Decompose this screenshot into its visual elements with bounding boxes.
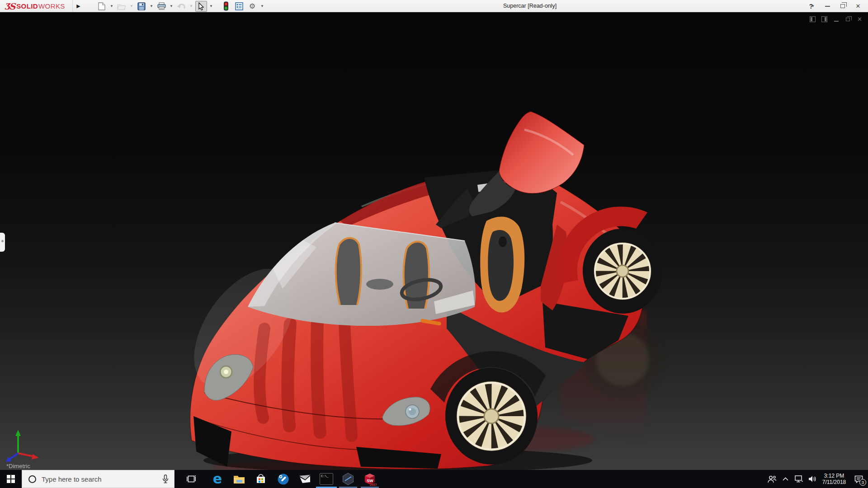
view-orientation-label: *Dimetric xyxy=(6,463,30,469)
doc-minimize-icon xyxy=(834,21,839,22)
minimize-icon xyxy=(825,6,830,7)
pane-right-button[interactable] xyxy=(821,15,828,23)
taskbar-settings-tool[interactable] xyxy=(273,470,293,488)
command-prompt-icon: C:\_ xyxy=(320,473,333,485)
close-icon: ✕ xyxy=(856,3,861,9)
solidworks-logo: ƷS SOLIDWORKS xyxy=(5,0,65,12)
save-caret[interactable]: ▼ xyxy=(149,1,154,12)
logo-text-works: WORKS xyxy=(38,2,65,10)
select-tool-caret[interactable]: ▼ xyxy=(208,1,214,12)
taskbar-command-prompt[interactable]: C:\_ xyxy=(316,470,337,488)
doc-close-button[interactable]: ✕ xyxy=(856,15,863,23)
main-toolbar: ▼ ▼ ▼ ▼ xyxy=(96,0,265,12)
traffic-light-icon xyxy=(223,1,229,11)
doc-restore-button[interactable] xyxy=(844,15,852,23)
microphone-icon[interactable] xyxy=(162,474,169,483)
undo-caret[interactable]: ▼ xyxy=(189,1,194,12)
gear-icon: ⚙ xyxy=(249,3,255,10)
cortana-icon xyxy=(28,475,36,483)
help-button[interactable]: ?▼ xyxy=(806,0,818,12)
tray-date: 7/11/2018 xyxy=(819,479,849,485)
mail-envelope-icon xyxy=(299,475,310,483)
people-icon xyxy=(768,475,776,483)
supercar-3d-model xyxy=(0,12,868,470)
start-button[interactable] xyxy=(0,470,22,488)
people-button[interactable] xyxy=(765,470,778,488)
taskbar-file-explorer[interactable] xyxy=(229,470,250,488)
pane-left-icon xyxy=(810,16,816,22)
print-caret[interactable]: ▼ xyxy=(169,1,174,12)
properties-list-icon xyxy=(235,2,243,10)
print-icon xyxy=(157,2,166,10)
undo-button[interactable] xyxy=(175,1,187,12)
open-document-caret[interactable]: ▼ xyxy=(129,1,134,12)
taskbar-search[interactable] xyxy=(22,470,175,488)
svg-text:2017: 2017 xyxy=(370,483,377,486)
document-window-controls: ✕ xyxy=(809,15,863,23)
taskbar-microsoft-edge[interactable]: e xyxy=(207,470,228,488)
task-view-icon xyxy=(187,475,196,483)
restore-icon xyxy=(840,4,845,8)
minimize-button[interactable] xyxy=(821,0,834,12)
volume-button[interactable] xyxy=(806,470,819,488)
undo-arrow-icon xyxy=(177,3,186,10)
solidworks-2017-icon: SW 2017 xyxy=(363,472,377,486)
open-folder-icon xyxy=(117,3,126,10)
ethernet-network-icon xyxy=(795,475,803,483)
new-document-icon xyxy=(98,2,105,10)
rebuild-button[interactable] xyxy=(220,1,232,12)
select-cursor-icon xyxy=(198,2,204,10)
search-input[interactable] xyxy=(42,475,162,483)
svg-text:SW: SW xyxy=(367,479,373,483)
taskbar-solidworks[interactable]: SW 2017 xyxy=(359,470,380,488)
select-tool-button[interactable] xyxy=(195,1,207,12)
taskbar-microsoft-store[interactable] xyxy=(250,470,271,488)
notification-count-badge: 3 xyxy=(859,479,866,486)
new-document-button[interactable] xyxy=(96,1,108,12)
taskbar-hexagon-app[interactable] xyxy=(338,470,359,488)
ds-logo-mark-icon: ƷS xyxy=(5,1,14,11)
taskbar-mail[interactable] xyxy=(294,470,315,488)
pane-right-icon xyxy=(821,16,827,22)
clock[interactable]: 3:12 PM 7/11/2018 xyxy=(819,473,849,485)
windows-logo-icon xyxy=(7,475,15,483)
hexagon-app-icon xyxy=(342,473,354,485)
store-icon xyxy=(256,474,266,484)
logo-text-solid: SOLID xyxy=(16,2,38,10)
panel-tab-dot-icon xyxy=(1,240,4,242)
collapsed-panel-tab[interactable] xyxy=(0,233,5,252)
show-hidden-icons-button[interactable] xyxy=(778,470,792,488)
file-properties-button[interactable] xyxy=(233,1,245,12)
titlebar: ƷS SOLIDWORKS ▶ ▼ ▼ ▼ xyxy=(0,0,868,12)
pane-left-button[interactable] xyxy=(809,15,816,23)
graphics-viewport[interactable]: ✕ *Dimetric xyxy=(0,12,868,470)
reference-triad xyxy=(3,427,46,463)
network-button[interactable] xyxy=(792,470,806,488)
chevron-up-icon xyxy=(783,477,788,481)
taskbar: e C:\_ xyxy=(0,470,868,488)
action-center-button[interactable]: 3 xyxy=(849,470,868,488)
help-caret-icon: ▼ xyxy=(811,4,815,8)
doc-minimize-button[interactable] xyxy=(832,15,840,23)
new-document-caret[interactable]: ▼ xyxy=(109,1,114,12)
speaker-icon xyxy=(808,475,816,483)
options-caret[interactable]: ▼ xyxy=(259,1,265,12)
task-view-button[interactable] xyxy=(181,470,202,488)
document-title: Supercar [Read-only] xyxy=(503,0,557,12)
file-explorer-icon xyxy=(233,474,245,484)
window-controls: ?▼ ✕ xyxy=(806,0,864,12)
edge-icon: e xyxy=(213,472,222,486)
doc-close-icon: ✕ xyxy=(857,16,862,22)
tray-time: 3:12 PM xyxy=(819,473,849,479)
driver-seat xyxy=(480,216,524,312)
save-button[interactable] xyxy=(136,1,147,12)
print-button[interactable] xyxy=(156,1,167,12)
open-document-button[interactable] xyxy=(116,1,127,12)
save-floppy-icon xyxy=(137,2,146,10)
wrench-circle-icon xyxy=(278,474,289,485)
menu-flyout-arrow-icon[interactable]: ▶ xyxy=(72,0,84,12)
close-button[interactable]: ✕ xyxy=(852,0,864,12)
restore-button[interactable] xyxy=(836,0,849,12)
system-tray: 3:12 PM 7/11/2018 3 xyxy=(765,470,868,488)
options-button[interactable]: ⚙ xyxy=(246,1,258,12)
